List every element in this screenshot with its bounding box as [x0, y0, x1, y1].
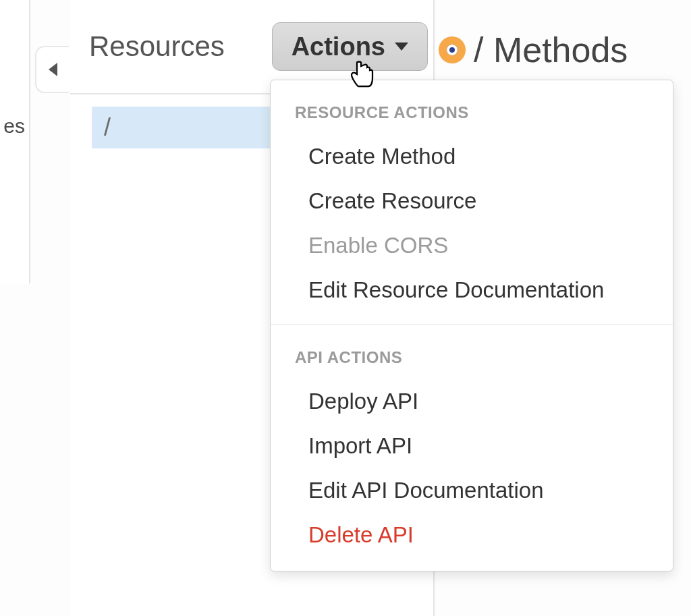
menu-create-resource[interactable]: Create Resource [271, 179, 673, 223]
resource-path-label: / [104, 113, 111, 142]
caret-down-icon [395, 43, 408, 51]
actions-dropdown: RESOURCE ACTIONS Create Method Create Re… [270, 80, 673, 571]
left-nav-sliver: es [0, 0, 30, 283]
menu-import-api[interactable]: Import API [271, 424, 673, 468]
menu-delete-api[interactable]: Delete API [271, 513, 673, 557]
menu-edit-api-documentation[interactable]: Edit API Documentation [271, 468, 673, 513]
resources-title: Resources [89, 30, 225, 63]
menu-deploy-api[interactable]: Deploy API [271, 379, 673, 424]
actions-button[interactable]: Actions [272, 22, 428, 71]
chevron-left-icon [49, 63, 57, 76]
dropdown-header-api-actions: API ACTIONS [271, 325, 673, 379]
collapse-sidebar-button[interactable] [35, 46, 69, 93]
menu-create-method[interactable]: Create Method [271, 134, 673, 179]
indicator-dot-inner [447, 45, 458, 55]
methods-title: / Methods [474, 30, 628, 70]
indicator-dot-icon [439, 36, 466, 63]
nav-label-fragment: es [3, 115, 25, 138]
menu-enable-cors[interactable]: Enable CORS [271, 223, 673, 268]
dropdown-header-resource-actions: RESOURCE ACTIONS [271, 80, 673, 134]
actions-button-label: Actions [292, 32, 385, 61]
menu-edit-resource-documentation[interactable]: Edit Resource Documentation [271, 268, 673, 312]
methods-breadcrumb: / Methods [439, 30, 628, 70]
